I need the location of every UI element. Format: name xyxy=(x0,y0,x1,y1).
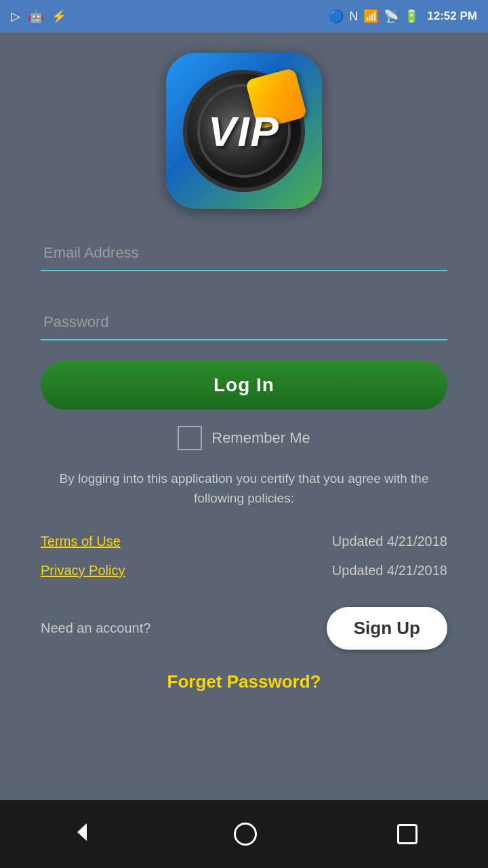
signal-icon: 📡 xyxy=(384,9,399,24)
bottom-nav xyxy=(0,800,488,868)
app-icon-inner: VIP xyxy=(166,53,322,209)
remember-me-label: Remember Me xyxy=(211,429,310,447)
email-input[interactable] xyxy=(41,236,447,271)
status-bar-right: 🔵 N 📶 📡 🔋 12:52 PM xyxy=(329,9,477,24)
policy-agreement-text: By logging into this application you cer… xyxy=(41,469,447,508)
remember-me-container: Remember Me xyxy=(178,426,310,450)
login-button[interactable]: Log In xyxy=(41,361,447,410)
password-input[interactable] xyxy=(41,305,447,340)
nfc-icon: N xyxy=(349,9,358,24)
wifi-icon: 📶 xyxy=(363,9,378,24)
home-icon xyxy=(234,823,257,846)
password-container xyxy=(41,305,447,340)
status-time: 12:52 PM xyxy=(427,9,477,23)
privacy-policy-link[interactable]: Privacy Policy xyxy=(41,563,125,578)
android-icon: 🤖 xyxy=(28,9,43,24)
policy-links: Terms of Use Updated 4/21/2018 Privacy P… xyxy=(41,527,447,585)
nav-recent-button[interactable] xyxy=(390,817,424,851)
bluetooth-icon: 🔵 xyxy=(329,9,344,24)
recent-icon xyxy=(397,824,418,844)
status-bar-left: ▷ 🤖 ⚡ xyxy=(11,9,66,24)
privacy-row: Privacy Policy Updated 4/21/2018 xyxy=(41,556,447,585)
status-bar: ▷ 🤖 ⚡ 🔵 N 📶 📡 🔋 12:52 PM xyxy=(0,0,488,33)
email-container xyxy=(41,236,447,271)
terms-date: Updated 4/21/2018 xyxy=(332,534,447,549)
need-account-text: Need an account? xyxy=(41,620,150,636)
battery-icon: 🔋 xyxy=(404,9,419,24)
remember-me-checkbox[interactable] xyxy=(178,426,202,450)
privacy-date: Updated 4/21/2018 xyxy=(332,563,447,578)
back-icon xyxy=(70,821,94,844)
svg-marker-0 xyxy=(77,823,87,841)
signup-row: Need an account? Sign Up xyxy=(41,607,447,650)
vip-label: VIP xyxy=(208,107,280,155)
nav-back-button[interactable] xyxy=(64,814,100,855)
terms-of-use-link[interactable]: Terms of Use xyxy=(41,534,121,549)
app-icon: VIP xyxy=(166,53,322,209)
terms-row: Terms of Use Updated 4/21/2018 xyxy=(41,527,447,556)
play-icon: ▷ xyxy=(11,9,20,24)
nav-home-button[interactable] xyxy=(227,816,264,852)
signup-button[interactable]: Sign Up xyxy=(327,607,447,650)
forget-password-link[interactable]: Forget Password? xyxy=(167,671,321,692)
usb-icon: ⚡ xyxy=(52,9,66,24)
main-content: VIP Log In Remember Me By logging into t… xyxy=(0,33,488,800)
